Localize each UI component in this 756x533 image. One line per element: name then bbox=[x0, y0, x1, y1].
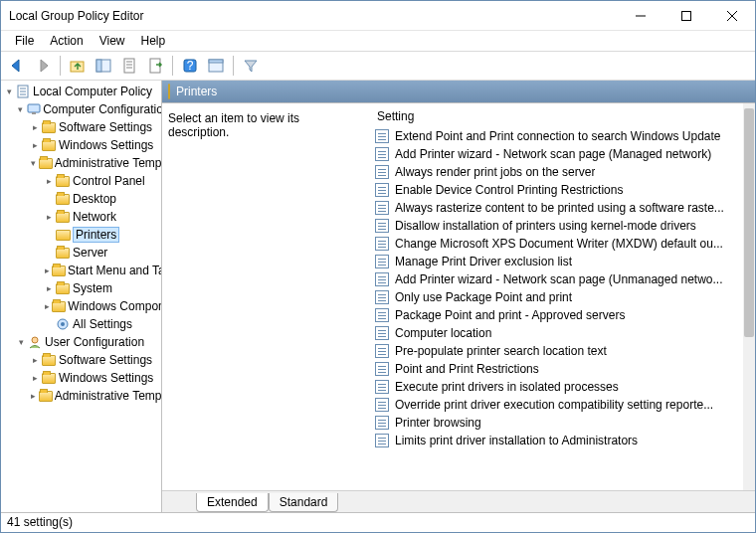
column-header-setting[interactable]: Setting bbox=[369, 103, 743, 127]
file-menu[interactable]: File bbox=[7, 32, 42, 50]
chevron-right-icon[interactable]: ▸ bbox=[29, 391, 39, 401]
policy-setting-icon bbox=[375, 362, 389, 376]
filter-button[interactable] bbox=[239, 54, 263, 78]
tree-item[interactable]: ▸Windows Components bbox=[1, 297, 161, 315]
policy-setting-icon bbox=[375, 434, 389, 447]
svg-rect-11 bbox=[28, 104, 40, 112]
scrollbar[interactable] bbox=[743, 103, 755, 490]
list-item[interactable]: Manage Print Driver exclusion list bbox=[369, 253, 743, 270]
folder-icon bbox=[55, 248, 71, 259]
help-button[interactable]: ? bbox=[178, 54, 202, 78]
tab-extended[interactable]: Extended bbox=[196, 493, 269, 512]
forward-button[interactable] bbox=[31, 54, 55, 78]
templates-button[interactable] bbox=[204, 54, 228, 78]
tree-user-configuration[interactable]: ▾User Configuration bbox=[1, 333, 161, 351]
list-item[interactable]: Printer browsing bbox=[369, 414, 743, 432]
list-item[interactable]: Enable Device Control Printing Restricti… bbox=[369, 181, 743, 199]
toolbar-separator bbox=[60, 56, 61, 76]
chevron-down-icon[interactable]: ▾ bbox=[29, 158, 39, 168]
maximize-button[interactable] bbox=[663, 1, 709, 31]
chevron-down-icon[interactable]: ▾ bbox=[3, 87, 15, 96]
tree-item[interactable]: ▸Windows Settings bbox=[1, 136, 161, 154]
chevron-right-icon[interactable]: ▸ bbox=[29, 373, 41, 383]
list-item[interactable]: Point and Print Restrictions bbox=[369, 360, 743, 378]
properties-button[interactable] bbox=[117, 54, 141, 78]
tree-item[interactable]: Desktop bbox=[1, 190, 161, 208]
action-menu[interactable]: Action bbox=[42, 32, 91, 50]
show-tree-button[interactable] bbox=[92, 54, 115, 78]
toolbar-separator bbox=[172, 56, 173, 76]
list-item[interactable]: Only use Package Point and print bbox=[369, 288, 743, 306]
help-menu[interactable]: Help bbox=[133, 32, 174, 50]
scrollbar-thumb[interactable] bbox=[744, 108, 754, 337]
chevron-down-icon[interactable]: ▾ bbox=[15, 104, 26, 114]
tree-item[interactable]: ▸Network bbox=[1, 208, 161, 226]
folder-open-icon bbox=[168, 85, 170, 98]
tree-computer-configuration[interactable]: ▾Computer Configuration bbox=[1, 100, 161, 118]
chevron-right-icon[interactable]: ▸ bbox=[43, 266, 52, 275]
policy-setting-icon bbox=[375, 344, 389, 358]
policy-setting-icon bbox=[375, 183, 389, 197]
tree-item[interactable]: ▸Software Settings bbox=[1, 351, 161, 369]
list-item[interactable]: Limits print driver installation to Admi… bbox=[369, 432, 743, 449]
back-button[interactable] bbox=[5, 54, 29, 78]
navigation-tree[interactable]: ▾Local Computer Policy ▾Computer Configu… bbox=[1, 81, 162, 512]
title-bar: Local Group Policy Editor bbox=[1, 1, 755, 31]
tree-item[interactable]: ▸Software Settings bbox=[1, 118, 161, 136]
folder-icon bbox=[52, 301, 66, 312]
svg-point-14 bbox=[61, 322, 65, 326]
list-item[interactable]: Disallow installation of printers using … bbox=[369, 217, 743, 235]
svg-rect-12 bbox=[32, 112, 36, 114]
list-item[interactable]: Add Printer wizard - Network scan page (… bbox=[369, 145, 743, 163]
list-item-label: Add Printer wizard - Network scan page (… bbox=[395, 147, 711, 161]
policy-setting-icon bbox=[375, 290, 389, 304]
tree-item[interactable]: ▸Windows Settings bbox=[1, 369, 161, 387]
tree-root[interactable]: ▾Local Computer Policy bbox=[1, 83, 161, 100]
chevron-right-icon[interactable]: ▸ bbox=[29, 140, 41, 150]
folder-open-icon bbox=[55, 230, 71, 241]
tree-item[interactable]: ▸Start Menu and Taskbar bbox=[1, 262, 161, 279]
chevron-right-icon[interactable]: ▸ bbox=[43, 301, 52, 311]
list-item-label: Always render print jobs on the server bbox=[395, 165, 595, 179]
tree-item[interactable]: ▸System bbox=[1, 279, 161, 297]
list-item[interactable]: Override print driver execution compatib… bbox=[369, 396, 743, 414]
policy-setting-icon bbox=[375, 398, 389, 412]
chevron-right-icon[interactable]: ▸ bbox=[29, 355, 41, 365]
list-item[interactable]: Always render print jobs on the server bbox=[369, 163, 743, 181]
tree-item[interactable]: ▸Control Panel bbox=[1, 172, 161, 190]
up-folder-button[interactable] bbox=[66, 54, 90, 78]
chevron-down-icon[interactable]: ▾ bbox=[15, 337, 27, 347]
list-item[interactable]: Execute print drivers in isolated proces… bbox=[369, 378, 743, 396]
tree-item[interactable]: ▾Administrative Templates bbox=[1, 154, 161, 172]
view-tabs: Extended Standard bbox=[162, 490, 755, 512]
svg-rect-3 bbox=[96, 60, 101, 72]
view-menu[interactable]: View bbox=[92, 32, 133, 50]
description-text: Select an item to view its description. bbox=[168, 111, 299, 139]
tree-item[interactable]: ▸Administrative Templates bbox=[1, 387, 161, 405]
folder-icon bbox=[52, 266, 66, 276]
list-item-label: Override print driver execution compatib… bbox=[395, 398, 713, 412]
export-button[interactable] bbox=[143, 54, 167, 78]
list-item[interactable]: Pre-populate printer search location tex… bbox=[369, 342, 743, 360]
list-item[interactable]: Change Microsoft XPS Document Writer (MX… bbox=[369, 235, 743, 253]
folder-icon bbox=[41, 355, 57, 366]
policy-setting-icon bbox=[375, 129, 389, 143]
window-title: Local Group Policy Editor bbox=[1, 9, 143, 23]
list-item[interactable]: Extend Point and Print connection to sea… bbox=[369, 127, 743, 145]
tree-item[interactable]: All Settings bbox=[1, 315, 161, 333]
tree-item[interactable]: Server bbox=[1, 244, 161, 262]
folder-icon bbox=[55, 176, 71, 187]
list-item[interactable]: Always rasterize content to be printed u… bbox=[369, 199, 743, 217]
chevron-right-icon[interactable]: ▸ bbox=[43, 176, 55, 186]
list-item[interactable]: Computer location bbox=[369, 324, 743, 342]
chevron-right-icon[interactable]: ▸ bbox=[29, 122, 41, 132]
list-item[interactable]: Package Point and print - Approved serve… bbox=[369, 306, 743, 324]
close-button[interactable] bbox=[709, 1, 755, 31]
list-item[interactable]: Add Printer wizard - Network scan page (… bbox=[369, 270, 743, 288]
policy-setting-icon bbox=[375, 237, 389, 251]
tree-item-printers[interactable]: Printers bbox=[1, 226, 161, 244]
tab-standard[interactable]: Standard bbox=[269, 493, 339, 512]
chevron-right-icon[interactable]: ▸ bbox=[43, 283, 55, 293]
minimize-button[interactable] bbox=[618, 1, 663, 31]
chevron-right-icon[interactable]: ▸ bbox=[43, 212, 55, 222]
